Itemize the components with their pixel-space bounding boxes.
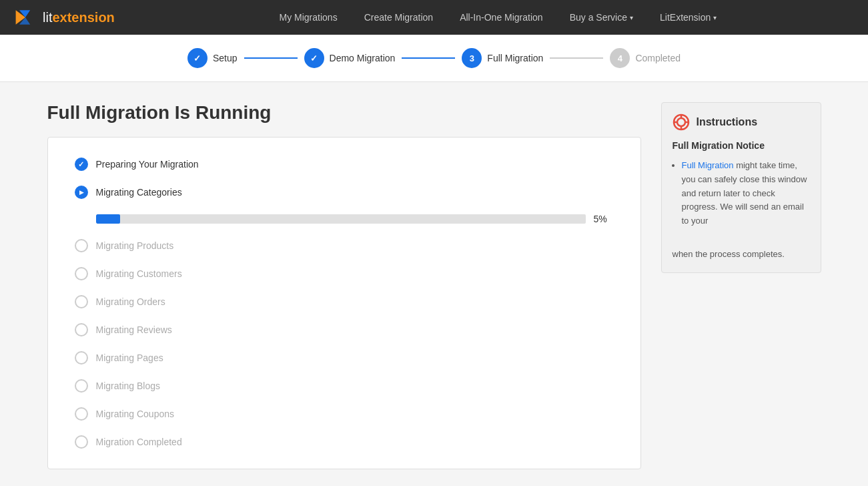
connector-1 (244, 57, 298, 59)
orders-label: Migrating Orders (96, 296, 165, 307)
instructions-panel: Instructions Full Migration Notice Full … (661, 102, 821, 273)
pages-radio-icon (75, 351, 88, 364)
step-demo: ✓ Demo Migration (304, 48, 396, 68)
full-migration-link[interactable]: Full Migration (682, 160, 734, 170)
instructions-subtitle: Full Migration Notice (673, 140, 810, 151)
stepper: ✓ Setup ✓ Demo Migration 3 Full Migratio… (0, 35, 868, 82)
step-setup-circle: ✓ (187, 48, 207, 68)
migration-step-pages: Migrating Pages (75, 351, 614, 364)
step-full: 3 Full Migration (462, 48, 543, 68)
preparing-label: Preparing Your Migration (96, 159, 199, 170)
logo[interactable]: litextension (13, 5, 115, 29)
migration-step-customers: Migrating Customers (75, 267, 614, 280)
svg-point-4 (677, 118, 685, 126)
progress-bar-container: 5% (75, 214, 614, 224)
litextension-chevron-icon: ▾ (713, 14, 717, 21)
migration-completed-label: Migration Completed (96, 437, 182, 447)
step-completed-label: Completed (635, 53, 681, 63)
step-completed-circle: 4 (610, 48, 630, 68)
nav-all-in-one[interactable]: All-In-One Migration (460, 12, 543, 23)
step-demo-label: Demo Migration (330, 53, 396, 63)
migration-steps-list: Preparing Your Migration Migrating Categ… (75, 158, 614, 449)
nav-my-migrations[interactable]: My Migrations (280, 12, 338, 23)
customers-label: Migrating Customers (96, 268, 182, 279)
categories-label: Migrating Categories (96, 187, 182, 198)
navbar-links: My Migrations Create Migration All-In-On… (141, 12, 855, 23)
step-completed: 4 Completed (610, 48, 681, 68)
connector-2 (402, 57, 455, 59)
instructions-header: Instructions (673, 113, 810, 131)
migration-step-blogs: Migrating Blogs (75, 379, 614, 393)
orders-radio-icon (75, 295, 88, 308)
instructions-body: Full Migration might take time, you can … (673, 159, 810, 262)
nav-litextension[interactable]: LitExtension ▾ (660, 12, 717, 23)
coupons-label: Migrating Coupons (96, 409, 175, 419)
step-setup-label: Setup (213, 53, 238, 63)
pages-label: Migrating Pages (96, 352, 163, 363)
content-left: Full Migration Is Running Preparing Your… (47, 102, 641, 469)
lifebuoy-icon (673, 113, 690, 131)
instruction-text-2: when the process completes. (673, 249, 785, 259)
products-radio-icon (75, 239, 88, 252)
step-full-circle: 3 (462, 48, 482, 68)
blogs-radio-icon (75, 379, 88, 393)
step-setup: ✓ Setup (187, 48, 238, 68)
migration-step-categories: Migrating Categories (75, 186, 614, 199)
migration-step-preparing: Preparing Your Migration (75, 158, 614, 171)
nav-buy-service[interactable]: Buy a Service ▾ (570, 12, 633, 23)
step-full-label: Full Migration (487, 53, 543, 63)
migration-card: Preparing Your Migration Migrating Categ… (47, 137, 641, 469)
buy-service-chevron-icon: ▾ (630, 14, 633, 21)
page-title: Full Migration Is Running (47, 102, 641, 124)
reviews-label: Migrating Reviews (96, 324, 172, 335)
step-demo-circle: ✓ (304, 48, 324, 68)
main-wrapper: Full Migration Is Running Preparing Your… (34, 82, 835, 486)
migration-step-orders: Migrating Orders (75, 295, 614, 308)
connector-3 (550, 57, 603, 59)
progress-percent: 5% (594, 214, 614, 224)
blogs-label: Migrating Blogs (96, 381, 161, 391)
migration-step-migration-completed: Migration Completed (75, 435, 614, 449)
progress-bar-wrapper (96, 214, 586, 224)
migration-step-coupons: Migrating Coupons (75, 407, 614, 421)
migration-step-reviews: Migrating Reviews (75, 323, 614, 336)
preparing-check-icon (75, 158, 88, 171)
logo-icon (13, 5, 37, 29)
progress-bar-fill (96, 214, 121, 224)
logo-text: litextension (43, 10, 115, 25)
navbar: litextension My Migrations Create Migrat… (0, 0, 868, 35)
instructions-title: Instructions (697, 116, 758, 128)
products-label: Migrating Products (96, 240, 174, 251)
nav-create-migration[interactable]: Create Migration (364, 12, 434, 23)
migration-step-products: Migrating Products (75, 239, 614, 252)
customers-radio-icon (75, 267, 88, 280)
instruction-text-1: Full Migration might take time, you can … (682, 160, 807, 226)
coupons-radio-icon (75, 407, 88, 421)
categories-play-icon (75, 186, 88, 199)
reviews-radio-icon (75, 323, 88, 336)
migration-completed-radio-icon (75, 435, 88, 449)
